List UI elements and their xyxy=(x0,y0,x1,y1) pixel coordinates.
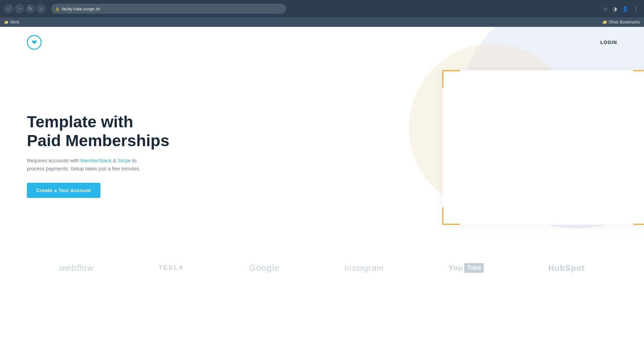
brand-instagram: Instagram xyxy=(344,263,384,273)
youtube-you-text: You xyxy=(448,264,463,272)
brand-hubspot: HubSpot xyxy=(548,263,585,273)
extensions-button[interactable]: ◑ xyxy=(611,4,618,13)
corner-bottom-right xyxy=(633,207,644,225)
bookmark-work-label: Work xyxy=(10,20,19,25)
corner-top-right xyxy=(633,70,644,88)
logo: ❤ xyxy=(27,35,42,50)
folder-other-icon: 📁 xyxy=(602,20,607,25)
profile-button[interactable]: 👤 xyxy=(620,4,630,13)
corner-bottom-left xyxy=(442,207,460,225)
browser-actions: ☆ ◑ 👤 ⋮ xyxy=(602,4,640,13)
site-header: ❤ LOGIN xyxy=(0,27,644,58)
create-test-account-button[interactable]: Create a Test Account xyxy=(27,183,100,198)
heart-icon: ❤ xyxy=(32,38,37,46)
hero-content: Template with Paid Memberships Requires … xyxy=(27,113,169,198)
hero-title: Template with Paid Memberships xyxy=(27,113,169,150)
stripe-link[interactable]: Stripe xyxy=(118,158,131,163)
bookmark-star-button[interactable]: ☆ xyxy=(602,4,609,13)
lock-icon: 🔒 xyxy=(55,7,60,11)
brands-section: webflow TESLA Google Instagram You Tube … xyxy=(0,253,644,287)
url-text: faulty-hate.surge.sh xyxy=(62,6,100,11)
memberstack-link[interactable]: MemberStack xyxy=(80,158,112,163)
card-frame xyxy=(442,70,644,225)
hero-visual xyxy=(442,70,644,225)
hero-description: Requires accounts with MemberStack & Str… xyxy=(27,157,148,173)
home-button[interactable]: ⌂ xyxy=(36,4,46,13)
login-link[interactable]: LOGIN xyxy=(600,40,617,45)
hero-section: Template with Paid Memberships Requires … xyxy=(0,58,644,253)
page: ❤ LOGIN Template with Paid Memberships R… xyxy=(0,27,644,340)
bookmark-other[interactable]: 📁 Other Bookmarks xyxy=(602,20,640,25)
menu-button[interactable]: ⋮ xyxy=(632,4,640,13)
brand-tesla: TESLA xyxy=(159,264,184,271)
youtube-tube-text: Tube xyxy=(464,263,484,273)
bookmark-other-label: Other Bookmarks xyxy=(609,20,640,25)
forward-button[interactable]: → xyxy=(15,4,24,13)
address-bar[interactable]: 🔒 faulty-hate.surge.sh xyxy=(51,4,286,14)
folder-icon: 📁 xyxy=(4,20,9,25)
browser-chrome: ← → ↻ ⌂ 🔒 faulty-hate.surge.sh ☆ ◑ 👤 ⋮ xyxy=(0,0,644,17)
brand-google: Google xyxy=(249,263,280,273)
corner-top-left xyxy=(442,70,460,88)
back-button[interactable]: ← xyxy=(4,4,13,13)
brand-youtube: You Tube xyxy=(448,263,484,273)
brand-webflow: webflow xyxy=(59,263,94,273)
bookmarks-bar: 📁 Work 📁 Other Bookmarks xyxy=(0,17,644,27)
bookmark-work[interactable]: 📁 Work xyxy=(4,20,19,25)
reload-button[interactable]: ↻ xyxy=(26,4,35,13)
nav-buttons: ← → ↻ ⌂ xyxy=(4,4,46,13)
